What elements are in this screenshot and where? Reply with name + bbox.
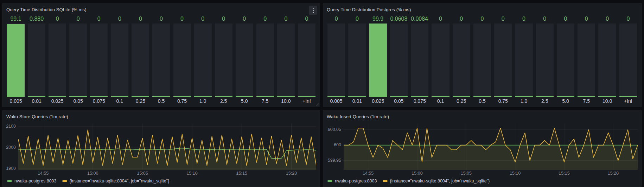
- gauge-bucket-label: 0.75: [494, 97, 512, 105]
- gauge-column: 0+Inf: [298, 14, 315, 105]
- gauge-bar-fill: [619, 96, 637, 97]
- gauge-bucket-label: 0.1: [432, 97, 449, 105]
- timeseries-chart: 600.05600599.95 14:5515:0015:0515:1015:1…: [323, 121, 641, 187]
- gauge-bar: [7, 24, 25, 97]
- gauge-bar: [598, 24, 616, 97]
- timeseries-chart: 210020001900 14:5515:0015:0515:1015:1515…: [3, 121, 320, 187]
- panel-header: Waku Store Queries (1m rate): [3, 110, 320, 121]
- gauge-bucket-label: 0.05: [69, 97, 87, 105]
- gauge-bucket-label: 10.0: [277, 97, 295, 105]
- gauge-bar: [132, 24, 149, 97]
- gauge-bar-fill: [7, 24, 25, 97]
- gauge-bar-fill: [473, 96, 491, 97]
- gauge-bar: [194, 24, 212, 97]
- x-tick-label: 15:00: [412, 171, 422, 176]
- timeseries-main: 600.05600599.95: [325, 123, 638, 170]
- gauge-value: 0: [152, 14, 170, 24]
- gauge-bar-fill: [494, 96, 512, 97]
- gauge-bucket-label: 0.01: [348, 97, 366, 105]
- gauge-value: 0: [515, 14, 533, 24]
- gauge-bar-fill: [348, 96, 366, 97]
- legend-item[interactable]: nwaku-postgres:8003: [327, 179, 377, 183]
- gauge-bucket-label: 0.5: [152, 97, 170, 105]
- plot-area[interactable]: [344, 123, 638, 170]
- x-axis: 14:5515:0015:0515:1015:1515:20: [4, 170, 316, 177]
- gauge-bar: [432, 24, 449, 97]
- x-tick-label: 15:05: [461, 171, 472, 176]
- gauge-bar: [28, 24, 45, 97]
- gauge-bucket-label: 0.25: [132, 97, 149, 105]
- gauge-bucket-label: 0.1: [111, 97, 128, 105]
- gauge-column: 00.75: [494, 14, 512, 105]
- gauge-bar-fill: [256, 96, 274, 97]
- gauge-bar: [69, 24, 87, 97]
- y-tick-label: 600: [334, 142, 341, 147]
- gauge-value: 0: [494, 14, 512, 24]
- panel-title[interactable]: Query Time Distribution SQLite (% ms): [6, 7, 87, 12]
- gauge-value: 0: [90, 14, 108, 24]
- gauge-column: 0+Inf: [619, 14, 637, 105]
- gauge-value: 0: [432, 14, 449, 24]
- gauge-value: 0: [298, 14, 315, 24]
- y-tick-label: 600.05: [328, 127, 341, 132]
- gauge-column: 0.008440.075: [411, 14, 428, 105]
- gauge-bucket-label: 7.5: [578, 97, 595, 105]
- gauge-value: 0: [277, 14, 295, 24]
- gauge-bar: [348, 24, 366, 97]
- panel-waku-insert-queries: Waku Insert Queries (1m rate) 600.056005…: [323, 110, 642, 187]
- legend-item[interactable]: {instance="nwaku-sqlite:8004", job="nwak…: [383, 179, 490, 183]
- gauge-bar: [494, 24, 512, 97]
- plot-area[interactable]: [18, 123, 316, 170]
- gauge-bar: [90, 24, 108, 97]
- panel-title[interactable]: Waku Store Queries (1m rate): [6, 114, 68, 119]
- gauge-column: 00.5: [152, 14, 170, 105]
- panel-title[interactable]: Query Time Distribution Postgres (% ms): [327, 7, 411, 12]
- gauge-bar-fill: [515, 96, 533, 97]
- gauge-bucket-label: 0.75: [173, 97, 191, 105]
- gauge-bar: [390, 24, 408, 97]
- panel-resize-handle[interactable]: [316, 103, 319, 106]
- panel-query-time-postgres: Query Time Distribution Postgres (% ms) …: [323, 3, 642, 107]
- gauge-value: 0.00844: [411, 14, 428, 24]
- gauge-bar: [327, 24, 345, 97]
- timeseries-svg: [18, 123, 316, 170]
- gauge-bar-fill: [69, 96, 87, 97]
- legend-series-label: {instance="nwaku-sqlite:8004", job="nwak…: [390, 179, 490, 183]
- gauge-bar-fill: [598, 96, 616, 97]
- legend-item[interactable]: {instance="nwaku-sqlite:8004", job="nwak…: [62, 179, 170, 183]
- gauge-bar-fill: [390, 96, 408, 97]
- gauge-column: 00.5: [473, 14, 491, 105]
- gauge-bar-fill: [453, 96, 470, 97]
- legend: nwaku-postgres:8003{instance="nwaku-sqli…: [4, 177, 316, 186]
- gauge-bar-fill: [215, 96, 232, 97]
- gauge-column: 00.005: [327, 14, 345, 105]
- gauge-bucket-label: 0.005: [7, 97, 25, 105]
- x-tick-label: 15:10: [510, 171, 521, 176]
- gauge-bucket-label: +Inf: [619, 97, 637, 105]
- gauge-column: 00.1: [432, 14, 449, 105]
- gauge-column: 07.5: [256, 14, 274, 105]
- gauge-bucket-label: 7.5: [256, 97, 274, 105]
- gauge-bar-fill: [327, 96, 345, 97]
- y-axis: 210020001900: [4, 123, 18, 170]
- gauge-value: 0.880: [28, 14, 45, 24]
- gauge-bar: [152, 24, 170, 97]
- gauge-value: 0: [473, 14, 491, 24]
- gauge-column: 0.8800.01: [28, 14, 45, 105]
- gauge-column: 05.0: [236, 14, 253, 105]
- gauge-column: 00.01: [348, 14, 366, 105]
- gauge-bar: [277, 24, 295, 97]
- gauge-bar-fill: [111, 96, 128, 97]
- gauge-bucket-label: 0.025: [49, 97, 66, 105]
- gauge-bar: [619, 24, 637, 97]
- gauge-column: 07.5: [578, 14, 595, 105]
- gauge-bar: [369, 24, 387, 97]
- y-tick-label: 2100: [6, 124, 16, 129]
- gauge-value: 99.1: [7, 14, 25, 24]
- legend-item[interactable]: nwaku-postgres:8003: [7, 179, 57, 183]
- panel-menu-icon[interactable]: [309, 6, 317, 15]
- gauge-value: 0: [236, 14, 253, 24]
- panel-title[interactable]: Waku Insert Queries (1m rate): [327, 114, 389, 119]
- panel-header: Query Time Distribution Postgres (% ms): [323, 3, 641, 14]
- gauge-value: 99.9: [369, 14, 387, 24]
